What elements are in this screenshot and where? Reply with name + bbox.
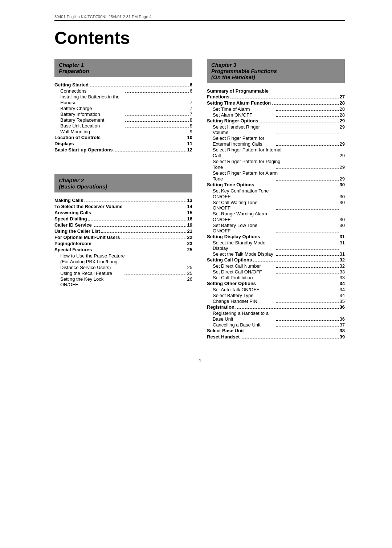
toc-label: Basic Start-up Operations bbox=[54, 147, 113, 153]
toc-row: Making Calls 13 bbox=[54, 198, 192, 203]
toc-dots bbox=[260, 118, 339, 122]
toc-label: Paging/Intercom bbox=[54, 241, 91, 246]
toc-dots bbox=[276, 200, 339, 210]
toc-page: 30 bbox=[340, 194, 345, 199]
toc-row: Setting Other Options 34 bbox=[207, 281, 345, 286]
toc-page: 25 bbox=[187, 247, 192, 252]
toc-dots bbox=[276, 194, 339, 198]
toc-dots bbox=[276, 269, 339, 273]
toc-row: Setting Tone Options 30 bbox=[207, 182, 345, 187]
toc-label: Answering Calls bbox=[54, 210, 91, 215]
toc-label: Cancelling a Base Unit bbox=[213, 322, 275, 328]
toc-row: Set Range Warning Alarm bbox=[207, 211, 345, 216]
toc-page: 36 bbox=[340, 316, 345, 322]
toc-dots bbox=[124, 276, 186, 286]
toc-row: Battery Replacement 8 bbox=[54, 117, 192, 123]
toc-row: Select Ringer Pattern for Paging bbox=[207, 159, 345, 164]
toc-label: Base Unit Location bbox=[60, 123, 124, 129]
toc-row: Select the Standby Mode Display 31 bbox=[207, 240, 345, 251]
toc-page: 7 bbox=[190, 111, 192, 117]
toc-dots bbox=[230, 94, 338, 98]
toc-row: Set Direct Call ON/OFF 33 bbox=[207, 269, 345, 275]
toc-row: Getting Started 6 bbox=[54, 82, 192, 88]
toc-dots bbox=[125, 88, 188, 93]
toc-label: Battery Charge bbox=[60, 106, 124, 111]
toc-label: Base Unit bbox=[213, 316, 275, 322]
toc-row: Paging/Intercom 23 bbox=[54, 241, 192, 246]
toc-page: 32 bbox=[340, 263, 345, 269]
toc-page: 25 bbox=[187, 271, 192, 276]
toc-page: 8 bbox=[190, 117, 192, 123]
toc-page: 13 bbox=[187, 198, 192, 203]
chapter3-title: Programmable Functions (On the Handset) bbox=[211, 68, 340, 80]
toc-label: Location of Controls bbox=[54, 135, 101, 140]
toc-row: ON/OFF 30 bbox=[207, 217, 345, 222]
toc-row: Select the Talk Mode Display 31 bbox=[207, 251, 345, 257]
toc-row: Set Direct Call Number 32 bbox=[207, 263, 345, 269]
toc-row: Base Unit Location 8 bbox=[54, 123, 192, 129]
toc-page: 30 bbox=[340, 200, 345, 211]
toc-label: Battery Replacement bbox=[60, 117, 124, 123]
toc-row: Select Base Unit 38 bbox=[207, 328, 345, 333]
toc-dots bbox=[276, 176, 339, 180]
toc-row: Select Battery Type 34 bbox=[207, 293, 345, 298]
toc-row: Wall Mounting 9 bbox=[54, 129, 192, 134]
toc-label: Setting Time Alarm Function bbox=[207, 100, 271, 106]
toc-page: 21 bbox=[187, 228, 192, 234]
toc-row: Change Handset PIN 35 bbox=[207, 299, 345, 304]
toc-row: Handset 7 bbox=[54, 100, 192, 105]
toc-row: Caller ID Service 19 bbox=[54, 222, 192, 228]
toc-page: 25 bbox=[187, 265, 192, 270]
toc-label: Setting Tone Options bbox=[207, 182, 254, 187]
toc-row: Set Alarm ON/OFF 28 bbox=[207, 112, 345, 118]
toc-dots bbox=[253, 257, 338, 261]
toc-page: 33 bbox=[340, 275, 345, 280]
toc-label: To Select the Receiver Volume bbox=[54, 204, 122, 209]
toc-row: Setting Display Options 31 bbox=[207, 234, 345, 239]
toc-page: 38 bbox=[340, 328, 345, 333]
chapter2-header: Chapter 2 (Basic Operations) bbox=[54, 174, 192, 192]
toc-label: Call bbox=[213, 153, 275, 158]
toc-dots bbox=[125, 106, 188, 110]
toc-page: 30 bbox=[340, 182, 345, 187]
toc-label: Tone bbox=[213, 165, 275, 170]
toc-label: External Incoming Calls bbox=[213, 141, 275, 147]
toc-label: For Optional Multi-Unit Users bbox=[54, 235, 120, 240]
toc-row: ON/OFF 30 bbox=[207, 194, 345, 199]
toc-row: Basic Start-up Operations 12 bbox=[54, 147, 192, 153]
toc-page: 29 bbox=[340, 124, 345, 135]
toc-page: 28 bbox=[340, 100, 345, 106]
toc-row: (For Analog PBX Line/Long bbox=[54, 259, 192, 264]
toc-label: Select the Talk Mode Display bbox=[213, 251, 275, 257]
toc-row: Installing the Batteries in the bbox=[54, 94, 192, 100]
toc-dots bbox=[276, 263, 339, 268]
toc-label: ON/OFF bbox=[213, 217, 275, 222]
toc-row: Set Key Confirmation Tone bbox=[207, 188, 345, 194]
toc-dots bbox=[276, 316, 339, 321]
toc-page: 39 bbox=[340, 334, 345, 340]
toc-label: Select the Standby Mode Display bbox=[213, 240, 275, 251]
toc-row: Registering a Handset to a bbox=[207, 310, 345, 316]
toc-dots bbox=[276, 293, 339, 297]
toc-row: External Incoming Calls 29 bbox=[207, 141, 345, 147]
toc-page: 29 bbox=[340, 165, 345, 170]
toc-dots bbox=[93, 241, 186, 245]
toc-dots bbox=[92, 210, 186, 214]
toc-dots bbox=[276, 124, 339, 134]
toc-row: Using the Recall Feature 25 bbox=[54, 271, 192, 276]
toc-row: Tone 29 bbox=[207, 176, 345, 182]
page-number: 4 bbox=[54, 358, 345, 363]
page: 30401 English KX-TCD700NL 25/4/01 2:31 P… bbox=[33, 0, 359, 385]
toc-row: Cancelling a Base Unit 37 bbox=[207, 322, 345, 328]
toc-page: 15 bbox=[187, 210, 192, 215]
toc-label: Setting Other Options bbox=[207, 281, 256, 286]
chapter2-label: Chapter 2 bbox=[59, 177, 188, 183]
toc-dots bbox=[255, 182, 338, 186]
toc-label: Select Battery Type bbox=[213, 293, 275, 298]
toc-row: Set Call Prohibition 33 bbox=[207, 275, 345, 280]
toc-label: Displays bbox=[54, 141, 74, 146]
chapter2-toc: Making Calls 13 To Select the Receiver V… bbox=[54, 198, 192, 287]
toc-page: 6 bbox=[190, 82, 192, 88]
toc-row: Select Ringer Pattern for Alarm bbox=[207, 170, 345, 176]
toc-row: Set Call Waiting Tone ON/OFF 30 bbox=[207, 200, 345, 211]
